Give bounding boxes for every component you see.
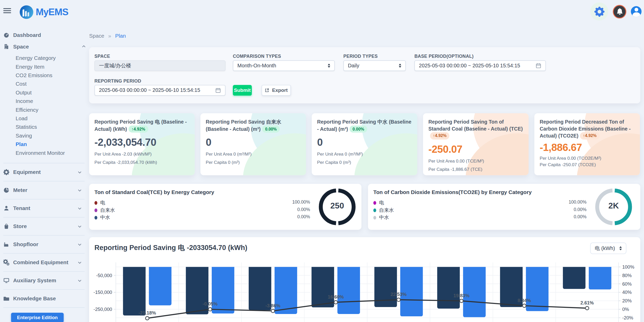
export-button-label: Export <box>272 87 288 93</box>
pie-icon <box>3 187 10 193</box>
factory-icon <box>3 241 10 247</box>
sidebar-item-combined-equipment[interactable]: Combined Equipment <box>3 253 85 271</box>
energy-unit-value: 电 (kWh) <box>595 245 617 252</box>
per-unit-area: Per Unit Area 0 (m³/M²) <box>317 151 412 156</box>
export-icon <box>265 88 270 93</box>
sidebar-item-efficiency[interactable]: Efficiency <box>15 106 89 114</box>
period-types-value: Daily <box>348 63 396 68</box>
breadcrumb-space[interactable]: Space <box>89 33 104 39</box>
stat-card-reclaimed-water: Reporting Period Saving 中水 (Baseline - A… <box>312 113 417 175</box>
bag-icon <box>3 223 10 229</box>
stat-card-value: -2,033,054.70 <box>95 136 189 148</box>
sidebar-item-equipment[interactable]: Equipment <box>3 163 85 181</box>
energy-unit-select[interactable]: 电 (kWh) <box>590 243 626 254</box>
svg-text:-150,000: -150,000 <box>93 289 112 295</box>
sidebar-item-load[interactable]: Load <box>15 114 89 123</box>
comparison-types-select[interactable]: Month-On-Month <box>233 60 335 71</box>
monitor-icon <box>3 277 10 284</box>
legend-dot <box>373 208 376 212</box>
svg-text:-20%: -20% <box>622 315 633 320</box>
sidebar-item-tenant[interactable]: Tenant <box>3 199 85 217</box>
sidebar-item-statistics[interactable]: Statistics <box>15 123 89 131</box>
bell-icon <box>616 8 623 15</box>
sidebar-item-output[interactable]: Output <box>15 88 89 97</box>
chevron-down-icon <box>77 170 82 175</box>
sidebar-item-meter[interactable]: Meter <box>3 181 85 199</box>
svg-text:80%: 80% <box>622 273 632 278</box>
svg-text:40%: 40% <box>622 289 632 295</box>
svg-text:-3.86%: -3.86% <box>265 303 280 308</box>
sidebar-item-auxiliary-system[interactable]: Auxiliary System <box>3 271 85 289</box>
sidebar-item-label: Knowledge Base <box>13 295 85 302</box>
sidebar-item-cost[interactable]: Cost <box>15 80 89 88</box>
svg-text:-21.18%: -21.18% <box>138 310 156 316</box>
stat-card-tap-water: Reporting Period Saving 自来水 (Baseline - … <box>200 113 306 175</box>
settings-button[interactable] <box>590 3 608 21</box>
chevron-down-icon <box>77 206 82 211</box>
legend-dot <box>95 201 97 205</box>
sidebar-item-dashboard[interactable]: Dashboard <box>3 29 89 41</box>
hamburger-menu-icon[interactable] <box>3 8 11 14</box>
sidebar-item-environment-monitor[interactable]: Environment Monitor <box>15 149 89 157</box>
sidebar-item-label: Shopfloor <box>13 241 74 247</box>
legend-dot <box>95 208 97 212</box>
user-avatar[interactable] <box>631 6 641 17</box>
base-period-value: 2025-05-03 00:00:00 ~ 2025-05-10 15:54:1… <box>419 63 536 68</box>
myems-app: MyEMS Dashboard Space Energy Category En… <box>0 0 644 322</box>
gears-icon <box>3 259 10 265</box>
myems-logo[interactable]: MyEMS <box>20 5 68 19</box>
sidebar-item-energy-item[interactable]: Energy Item <box>15 62 89 71</box>
trend-badge: 0.00% <box>350 125 367 133</box>
sidebar-item-space[interactable]: Space <box>3 41 89 52</box>
per-unit-area: Per Unit Area 0.00 (TCE/M²) <box>428 158 523 163</box>
logo-text: MyEMS <box>36 6 68 18</box>
notifications-button[interactable] <box>613 5 626 18</box>
per-capita: Per Capita -1,886.67 (TCE) <box>428 166 523 171</box>
enterprise-edition-button[interactable]: Enterprise Edition <box>11 313 64 322</box>
export-button[interactable]: Export <box>262 85 291 95</box>
sidebar-item-label: Tenant <box>13 205 74 211</box>
stat-card-title: Reporting Period Decreased Ton of Carbon… <box>540 119 634 140</box>
donut-total: 250 <box>317 201 358 211</box>
select-arrows-icon <box>619 246 622 250</box>
sidebar-item-plan[interactable]: Plan <box>15 140 89 148</box>
reporting-period-input[interactable]: 2025-06-03 00:00:00 ~ 2025-06-10 15:54:1… <box>95 85 225 95</box>
sidebar-item-store[interactable]: Store <box>3 217 85 235</box>
sidebar-item-energy-category[interactable]: Energy Category <box>15 54 89 62</box>
period-types-select[interactable]: Daily <box>343 60 406 71</box>
logo-mark-icon <box>20 5 33 19</box>
svg-text:-50,000: -50,000 <box>96 273 112 278</box>
trend-badge: ↑4.92% <box>430 132 449 139</box>
legend-dot <box>373 216 376 219</box>
select-arrows-icon <box>399 64 401 68</box>
per-capita: Per Capita 0 (m³) <box>317 160 412 165</box>
svg-text:8.34%: 8.34% <box>517 298 531 303</box>
calendar-icon <box>536 63 541 68</box>
chevron-down-icon <box>77 260 82 265</box>
space-input[interactable]: 一度城/办公楼 <box>95 60 225 71</box>
stat-card-value: 0 <box>206 136 301 148</box>
reporting-period-value: 2025-06-03 00:00:00 ~ 2025-06-10 15:54:1… <box>99 87 215 93</box>
svg-text:2.61%: 2.61% <box>580 300 594 305</box>
sidebar-item-co2-emissions[interactable]: CO2 Emissions <box>15 71 89 79</box>
period-types-label: PERIOD TYPES <box>343 54 378 59</box>
stat-card-title: Reporting Period Saving 电 (Baseline - Ac… <box>95 119 189 133</box>
sidebar-nav: Dashboard Space Energy Category Energy I… <box>0 19 89 322</box>
stat-card-value: -250.07 <box>428 143 523 155</box>
stat-card-title: Reporting Period Saving 中水 (Baseline - A… <box>317 119 412 133</box>
sidebar-item-shopfloor[interactable]: Shopfloor <box>3 235 85 253</box>
stat-card-tce: Reporting Period Saving Ton of Standard … <box>423 113 529 175</box>
submit-button[interactable]: Submit <box>233 85 252 95</box>
sidebar-item-saving[interactable]: Saving <box>15 131 89 140</box>
svg-text:19.83%: 19.83% <box>453 293 469 298</box>
gauge-icon <box>3 32 10 38</box>
base-period-label: BASE PERIOD(OPTIONAL) <box>414 54 474 59</box>
trend-badge: ↑4.92% <box>580 132 599 139</box>
chevron-down-icon <box>77 224 82 229</box>
base-period-input[interactable]: 2025-05-03 00:00:00 ~ 2025-05-10 15:54:1… <box>414 60 546 71</box>
sidebar-item-label: Equipment <box>13 169 74 175</box>
svg-text:0%: 0% <box>622 307 629 312</box>
sidebar-item-knowledge-base[interactable]: Knowledge Base <box>3 289 85 307</box>
sidebar-item-income[interactable]: Income <box>15 97 89 105</box>
calendar-icon <box>215 87 221 93</box>
